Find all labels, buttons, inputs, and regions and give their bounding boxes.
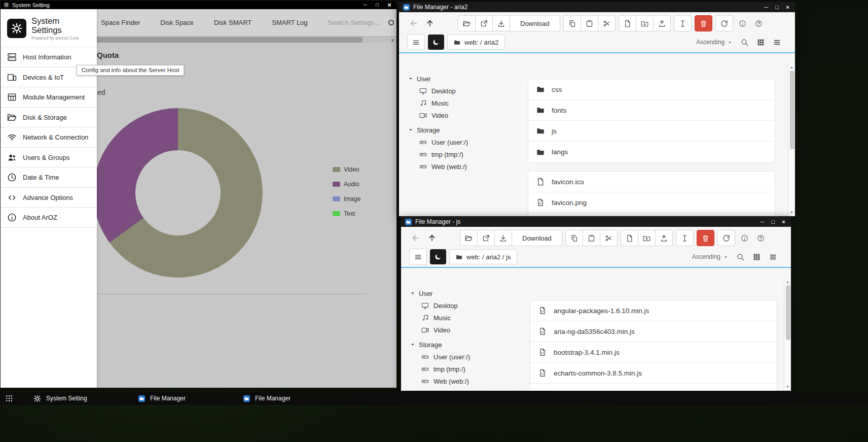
upload-button[interactable]: [655, 230, 673, 246]
new-file-button[interactable]: [621, 230, 638, 246]
back-button[interactable]: [409, 231, 422, 245]
refresh-button[interactable]: [717, 230, 735, 246]
legend-item[interactable]: Text: [333, 211, 360, 217]
titlebar[interactable]: File Manager - aria2 ─ □ ×: [399, 2, 795, 12]
open-external-button[interactable]: [477, 230, 495, 246]
taskbar-item-system-setting[interactable]: System Setting: [26, 392, 124, 405]
breadcrumb[interactable]: web: / aria2 / js: [449, 249, 517, 264]
titlebar[interactable]: System Setting ─ □ ×: [1, 1, 396, 9]
scrollbar-thumb[interactable]: [786, 285, 790, 340]
folder-row[interactable]: js: [528, 121, 775, 142]
scroll-up-arrow[interactable]: ▲: [788, 65, 795, 70]
delete-button[interactable]: [697, 230, 714, 246]
new-folder-button[interactable]: [638, 230, 656, 246]
minimize-button[interactable]: ─: [757, 217, 768, 227]
rename-button[interactable]: [674, 15, 692, 31]
minimize-button[interactable]: ─: [761, 2, 772, 12]
maximize-button[interactable]: □: [371, 1, 383, 9]
new-folder-button[interactable]: [636, 15, 654, 31]
sidebar-item-users-groups[interactable]: Users & Groups: [1, 148, 97, 168]
tree-item-user-drive[interactable]: User (user:/): [408, 136, 521, 148]
sidebar-item-about-aroz[interactable]: About ArOZ: [1, 208, 97, 228]
tree-item-tmp-drive[interactable]: tmp (tmp:/): [408, 148, 521, 160]
tree-item-desktop[interactable]: Desktop: [410, 299, 523, 312]
sidebar-item-host-information[interactable]: Host Information: [1, 47, 97, 67]
rename-button[interactable]: [676, 230, 694, 246]
download-button[interactable]: Download: [512, 230, 562, 246]
dark-mode-toggle[interactable]: [428, 35, 444, 50]
file-row[interactable]: favicon.png: [528, 192, 775, 213]
titlebar[interactable]: File Manager - js ─ □ ×: [401, 217, 791, 227]
sidebar-item-advance-options[interactable]: Advance Options: [1, 188, 97, 208]
file-row[interactable]: jquery-3.3.1.min.js: [530, 384, 777, 391]
tab-disk-space[interactable]: Disk Space: [160, 19, 194, 26]
sidebar-item-network-connection[interactable]: Network & Connection: [1, 127, 97, 148]
open-folder-button[interactable]: [460, 230, 478, 246]
vertical-scrollbar[interactable]: ▲ ▼: [784, 278, 791, 391]
menu-button[interactable]: [409, 249, 427, 265]
tree-section-user[interactable]: User: [410, 287, 523, 299]
sort-dropdown[interactable]: Ascending: [696, 39, 732, 46]
new-file-button[interactable]: [619, 15, 636, 31]
cut-button[interactable]: [600, 230, 618, 246]
scroll-up-arrow[interactable]: ▲: [784, 280, 791, 284]
file-row[interactable]: echarts-common-3.8.5.min.js: [530, 363, 777, 384]
folder-row[interactable]: langs: [528, 142, 775, 162]
grid-view-icon[interactable]: [757, 39, 765, 46]
scrollbar-thumb[interactable]: [97, 37, 363, 43]
tab-smart-log[interactable]: SMART Log: [272, 19, 307, 26]
dark-mode-toggle[interactable]: [430, 249, 446, 264]
search-settings-input[interactable]: [328, 19, 385, 26]
tab-space-finder[interactable]: Space Finder: [101, 19, 140, 26]
maximize-button[interactable]: □: [768, 217, 778, 227]
help-button[interactable]: [754, 231, 768, 245]
list-view-icon[interactable]: [773, 39, 781, 46]
list-view-icon[interactable]: [769, 253, 777, 261]
taskbar-item-file-manager-1[interactable]: File Manager: [131, 392, 229, 405]
tree-item-tmp-drive[interactable]: tmp (tmp:/): [410, 363, 523, 375]
breadcrumb[interactable]: web: / aria2: [447, 35, 505, 50]
close-button[interactable]: ×: [383, 1, 395, 9]
info-button[interactable]: [738, 231, 751, 245]
search-icon[interactable]: [737, 253, 744, 261]
paste-button[interactable]: [583, 230, 600, 246]
cut-button[interactable]: [598, 15, 616, 31]
vertical-scrollbar[interactable]: ▲ ▼: [788, 63, 795, 216]
back-button[interactable]: [407, 17, 420, 30]
tree-section-user[interactable]: User: [408, 73, 521, 85]
tree-item-music[interactable]: Music: [408, 97, 521, 109]
menu-button[interactable]: [407, 34, 425, 50]
horizontal-scrollbar[interactable]: ›: [97, 36, 396, 43]
download-icon-button[interactable]: [494, 230, 512, 246]
tree-section-storage[interactable]: Storage: [408, 124, 521, 136]
download-icon-button[interactable]: [492, 15, 510, 31]
paste-button[interactable]: [581, 15, 598, 31]
sidebar-item-module-management[interactable]: Module Management: [1, 87, 97, 108]
delete-button[interactable]: [695, 15, 712, 31]
tree-section-storage[interactable]: Storage: [410, 338, 523, 351]
tab-disk-smart[interactable]: Disk SMART: [214, 19, 251, 26]
file-row[interactable]: aria-ng-da5356c403.min.js: [530, 321, 777, 342]
legend-item[interactable]: Image: [333, 196, 360, 202]
up-button[interactable]: [423, 17, 437, 30]
sort-dropdown[interactable]: Ascending: [692, 253, 728, 260]
download-button[interactable]: Download: [510, 15, 560, 31]
folder-row[interactable]: fonts: [528, 100, 775, 121]
help-button[interactable]: [752, 17, 766, 30]
up-button[interactable]: [425, 231, 439, 245]
tree-item-video[interactable]: Video: [410, 324, 523, 336]
search-icon[interactable]: [741, 39, 748, 46]
tree-item-user-drive[interactable]: User (user:/): [410, 351, 523, 363]
taskbar-item-file-manager-2[interactable]: File Manager: [236, 392, 334, 405]
sidebar-item-date-time[interactable]: Date & Time: [1, 167, 97, 188]
scroll-down-arrow[interactable]: ▼: [788, 210, 795, 215]
maximize-button[interactable]: □: [772, 2, 782, 12]
file-row[interactable]: angular-packages-1.6.10.min.js: [530, 300, 777, 321]
sidebar-item-disk-storage[interactable]: Disk & Storage: [1, 108, 97, 128]
tree-item-web-drive[interactable]: Web (web:/): [410, 375, 523, 387]
scrollbar-thumb[interactable]: [790, 71, 794, 149]
open-external-button[interactable]: [475, 15, 493, 31]
scroll-down-arrow[interactable]: ▼: [784, 385, 791, 389]
upload-button[interactable]: [653, 15, 671, 31]
refresh-button[interactable]: [715, 15, 733, 31]
